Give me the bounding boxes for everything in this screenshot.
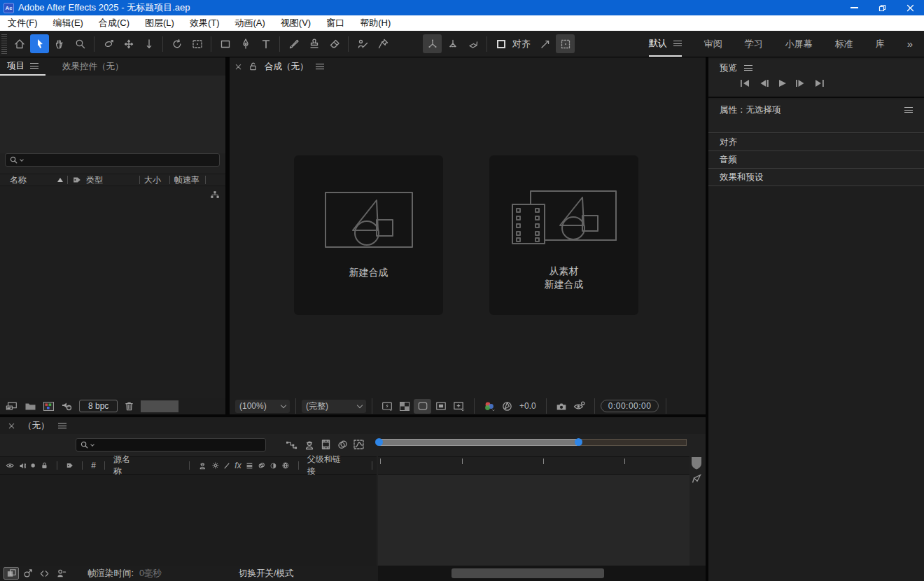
show-channel-button[interactable] [481, 399, 498, 414]
snap-along-edges-button[interactable] [536, 34, 554, 53]
column-size[interactable]: 大小 [144, 174, 161, 186]
workspace-learn[interactable]: 学习 [745, 31, 763, 57]
navigator-start-handle[interactable] [375, 438, 383, 446]
fx-column-label[interactable]: fx [234, 461, 241, 470]
mini-flowchart-icon[interactable] [286, 440, 298, 451]
shy-icon[interactable] [304, 439, 315, 451]
frame-blend-column-icon[interactable] [246, 461, 253, 470]
grid-guide-options-button[interactable] [450, 399, 468, 414]
menu-view[interactable]: 视图(V) [273, 15, 318, 31]
new-composition-card[interactable]: 新建合成 [294, 155, 443, 315]
graph-editor-icon[interactable] [353, 439, 365, 450]
panel-menu-icon[interactable] [58, 423, 66, 428]
column-divider[interactable] [169, 176, 170, 184]
workspace-menu-icon[interactable] [673, 41, 682, 46]
panel-menu-icon[interactable] [30, 63, 38, 69]
tab-effect-controls[interactable]: 效果控件（无） [55, 57, 131, 76]
column-type[interactable]: 类型 [86, 174, 103, 186]
camera-region-tool[interactable] [188, 34, 206, 53]
time-navigator-bar[interactable] [379, 439, 578, 446]
column-divider[interactable] [67, 176, 68, 184]
align-panel-header[interactable]: 对齐 [708, 134, 924, 151]
local-axis-mode-button[interactable] [423, 34, 442, 53]
project-item-list[interactable] [0, 186, 225, 398]
column-framerate[interactable]: 帧速率 [174, 174, 200, 186]
snap-to-features-button[interactable] [556, 34, 575, 53]
close-panel-icon[interactable] [8, 423, 15, 429]
project-color-depth-button[interactable]: 8 bpc [79, 400, 118, 412]
last-frame-button[interactable] [814, 79, 825, 88]
view-axis-mode-button[interactable] [463, 34, 482, 53]
adjustment-layer-column-icon[interactable] [270, 461, 277, 470]
panel-menu-icon[interactable] [744, 65, 752, 71]
timeline-tab-label[interactable]: （无） [23, 420, 50, 432]
panel-menu-icon[interactable] [316, 64, 324, 69]
workspace-standard[interactable]: 标准 [835, 31, 853, 57]
column-divider[interactable] [139, 176, 140, 184]
column-divider[interactable] [205, 176, 206, 184]
column-divider[interactable] [298, 461, 299, 470]
current-time-display[interactable]: 0:00:00:00 [601, 400, 659, 412]
transfer-controls-pane-button[interactable] [20, 566, 35, 580]
3d-column-icon[interactable] [281, 461, 290, 470]
composition-tab-label[interactable]: 合成（无） [265, 61, 309, 73]
exposure-value[interactable]: +0.0 [519, 401, 536, 411]
source-name-column-label[interactable]: 源名称 [113, 454, 134, 477]
menu-effect[interactable]: 效果(T) [182, 15, 227, 31]
snap-label[interactable]: 对齐 [512, 38, 531, 50]
column-divider[interactable] [372, 461, 372, 470]
workspace-default[interactable]: 默认 [649, 31, 682, 57]
timeline-search-input[interactable] [76, 438, 266, 451]
take-snapshot-button[interactable] [553, 399, 570, 414]
label-column-icon[interactable] [72, 175, 82, 185]
close-button[interactable] [896, 0, 924, 15]
interpret-footage-icon[interactable] [6, 400, 18, 412]
menu-composition[interactable]: 合成(C) [91, 15, 137, 31]
in-out-pane-button[interactable] [36, 566, 52, 580]
snap-checkbox[interactable] [491, 34, 510, 53]
new-composition-from-footage-card[interactable]: 从素材 新建合成 [489, 155, 638, 315]
time-ruler[interactable] [378, 456, 690, 475]
project-search-input[interactable] [5, 153, 220, 167]
timeline-track-area[interactable] [378, 475, 690, 566]
puppet-pin-tool[interactable] [373, 34, 392, 53]
workspace-overflow-button[interactable]: » [907, 31, 913, 57]
world-axis-mode-button[interactable] [443, 34, 462, 53]
previous-frame-button[interactable] [759, 79, 769, 88]
menu-animation[interactable]: 动画(A) [227, 15, 273, 31]
frame-blending-icon[interactable] [321, 439, 331, 450]
toolbar-grip[interactable] [1, 34, 7, 54]
orbit-camera-tool[interactable] [99, 34, 118, 53]
toggle-switches-modes-button[interactable]: 切换开关/模式 [239, 568, 293, 580]
next-frame-button[interactable] [795, 79, 806, 88]
close-panel-icon[interactable] [235, 64, 241, 70]
workspace-review[interactable]: 审阅 [704, 31, 722, 57]
rotate-tool[interactable] [167, 34, 186, 53]
hand-tool[interactable] [50, 34, 69, 53]
work-area-marker-icon[interactable] [690, 455, 704, 472]
zoom-tool[interactable] [71, 34, 90, 53]
magnification-select[interactable]: (100%) [235, 400, 290, 413]
layer-switches-pane-button[interactable] [4, 567, 19, 580]
shy-column-icon[interactable] [198, 461, 207, 471]
render-time-pane-button[interactable] [53, 566, 69, 580]
audio-panel-header[interactable]: 音频 [708, 151, 924, 169]
sort-ascending-icon[interactable] [57, 178, 63, 182]
new-folder-icon[interactable] [24, 401, 36, 412]
reset-exposure-button[interactable] [499, 399, 514, 414]
parent-link-column-label[interactable]: 父级和链接 [307, 454, 342, 477]
label-column-icon[interactable] [66, 461, 74, 470]
selection-tool[interactable] [30, 34, 49, 53]
resolution-select[interactable]: (完整) [302, 400, 366, 413]
roto-brush-tool[interactable] [353, 34, 372, 53]
flowchart-icon[interactable] [210, 190, 220, 200]
new-composition-icon[interactable] [43, 401, 55, 412]
properties-title[interactable]: 属性：无选择项 [720, 104, 781, 116]
mask-visibility-button[interactable] [414, 399, 431, 414]
panel-menu-icon[interactable] [904, 107, 913, 113]
fast-preview-button[interactable] [379, 399, 395, 414]
type-tool[interactable] [256, 34, 275, 53]
quality-column-icon[interactable] [223, 461, 230, 470]
workspace-small-screen[interactable]: 小屏幕 [785, 31, 813, 57]
number-column-label[interactable]: # [91, 461, 96, 470]
